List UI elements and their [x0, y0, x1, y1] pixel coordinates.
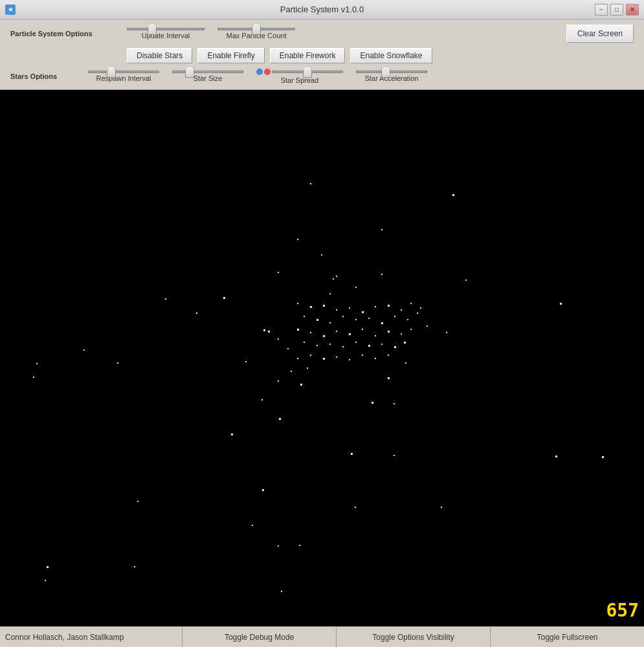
spread-blue-dot — [256, 69, 263, 75]
window-controls: − □ ✕ — [595, 4, 639, 16]
star-spread-group: Star Spread — [256, 69, 343, 84]
options-row2: Disable Stars Enable Firefly Enable Fire… — [10, 48, 634, 63]
enable-firework-button[interactable]: Enable Firework — [270, 48, 346, 63]
star-size-slider[interactable] — [172, 71, 243, 73]
max-particle-group: Max Particle Count — [217, 28, 295, 39]
star-acceleration-label: Star Acceleration — [364, 74, 418, 82]
close-button[interactable]: ✕ — [626, 4, 639, 16]
fps-counter: 657 — [606, 600, 639, 621]
credits-text: Connor Hollasch, Jason Stallkamp — [0, 627, 183, 647]
minimize-button[interactable]: − — [595, 4, 608, 16]
window-title: Particle System v1.0.0 — [280, 5, 364, 14]
options-panel: Particle System Options Update Interval … — [0, 19, 644, 90]
clear-screen-button[interactable]: Clear Screen — [566, 25, 634, 43]
update-interval-slider[interactable] — [127, 28, 205, 30]
respawn-interval-group: Respawn Interval — [88, 71, 159, 82]
enable-snowflake-button[interactable]: Enable Snowflake — [350, 48, 432, 63]
particle-canvas — [0, 90, 644, 626]
bottom-bar: Connor Hollasch, Jason Stallkamp Toggle … — [0, 626, 644, 647]
spread-red-dot — [264, 69, 271, 75]
respawn-interval-label: Respawn Interval — [96, 74, 151, 82]
maximize-button[interactable]: □ — [610, 4, 623, 16]
star-spread-label: Star Spread — [281, 76, 319, 84]
star-spread-slider-row — [256, 69, 343, 75]
stars-options-label: Stars Options — [10, 72, 75, 80]
star-acceleration-group: Star Acceleration — [356, 71, 427, 82]
toggle-debug-mode-button[interactable]: Toggle Debug Mode — [183, 627, 337, 647]
app-icon: ★ — [5, 5, 16, 15]
disable-stars-button[interactable]: Disable Stars — [127, 48, 192, 63]
title-bar-left: ★ — [5, 5, 16, 15]
options-row1: Particle System Options Update Interval … — [10, 25, 634, 43]
particle-system-options-label: Particle System Options — [10, 30, 114, 38]
respawn-interval-slider[interactable] — [88, 71, 159, 73]
title-bar: ★ Particle System v1.0.0 − □ ✕ — [0, 0, 644, 19]
toggle-options-visibility-button[interactable]: Toggle Options Visibility — [337, 627, 491, 647]
star-size-group: Star Size — [172, 71, 243, 82]
update-interval-group: Update Interval — [127, 28, 205, 39]
enable-firefly-button[interactable]: Enable Firefly — [197, 48, 264, 63]
stars-options-row: Stars Options Respawn Interval Star Size… — [10, 69, 634, 84]
star-spread-slider[interactable] — [272, 71, 343, 73]
max-particle-count-slider[interactable] — [217, 28, 295, 30]
toggle-fullscreen-button[interactable]: Toggle Fullscreen — [491, 627, 644, 647]
star-acceleration-slider[interactable] — [356, 71, 427, 73]
canvas-area[interactable]: 657 — [0, 90, 644, 626]
star-size-label: Star Size — [194, 74, 223, 82]
